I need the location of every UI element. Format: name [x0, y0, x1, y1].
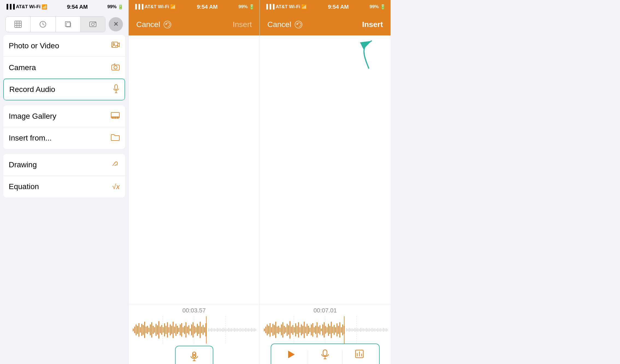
- cancel-button-recorded[interactable]: Cancel: [267, 20, 291, 29]
- time-display-2: 9:54 AM: [197, 4, 218, 10]
- playback-buttons-container: Preview Record: [260, 344, 391, 364]
- svg-rect-211: [384, 329, 385, 331]
- svg-rect-191: [356, 329, 357, 331]
- toolbar-photo-icon[interactable]: [81, 17, 105, 32]
- svg-rect-106: [243, 328, 243, 332]
- svg-rect-90: [220, 328, 220, 332]
- svg-rect-135: [277, 327, 277, 333]
- equation-label: Equation: [9, 182, 39, 191]
- toolbar-layers-icon[interactable]: [56, 17, 81, 32]
- svg-rect-129: [268, 326, 269, 334]
- svg-rect-207: [379, 329, 380, 331]
- svg-rect-91: [221, 329, 222, 331]
- recording-body: [129, 35, 259, 304]
- svg-rect-95: [227, 329, 228, 331]
- svg-rect-43: [153, 326, 153, 334]
- menu-item-drawing[interactable]: Drawing: [3, 154, 125, 176]
- insert-button-recorded[interactable]: Insert: [362, 20, 383, 29]
- svg-rect-139: [282, 322, 283, 338]
- svg-point-11: [91, 23, 94, 26]
- menu-item-record-audio[interactable]: Record Audio: [3, 79, 125, 100]
- svg-rect-70: [191, 324, 192, 335]
- svg-rect-62: [180, 324, 181, 335]
- menu-item-image-gallery[interactable]: Image Gallery: [3, 105, 125, 127]
- toolbar-table-icon[interactable]: [6, 17, 31, 32]
- svg-rect-68: [188, 325, 189, 335]
- svg-rect-50: [163, 327, 164, 333]
- svg-rect-146: [293, 325, 293, 335]
- menu-section-3: Drawing Equation √x: [3, 154, 125, 198]
- svg-rect-86: [214, 328, 215, 332]
- record-button[interactable]: Record: [308, 350, 342, 364]
- svg-rect-46: [157, 325, 158, 335]
- signal-area: ▐▐▐ AT&T Wi-Fi 📶: [5, 4, 47, 10]
- svg-rect-187: [350, 329, 351, 331]
- svg-point-16: [114, 66, 117, 69]
- svg-rect-94: [225, 328, 226, 332]
- svg-rect-38: [146, 327, 146, 333]
- insert-label-recording[interactable]: Insert: [233, 20, 252, 29]
- svg-rect-172: [329, 326, 330, 334]
- battery-percent-3: 99%: [370, 4, 379, 10]
- carrier-label-2: AT&T Wi-Fi: [144, 4, 169, 10]
- svg-rect-64: [183, 327, 184, 333]
- battery-icon: 🔋: [118, 4, 123, 10]
- photo-video-label: Photo or Video: [9, 41, 59, 50]
- svg-rect-179: [339, 322, 340, 338]
- svg-rect-131: [271, 327, 272, 333]
- svg-rect-190: [355, 328, 355, 332]
- svg-rect-40: [149, 328, 149, 332]
- menu-item-photo-video[interactable]: Photo or Video: [3, 35, 125, 57]
- toolbar-clock-icon[interactable]: [31, 17, 55, 32]
- svg-rect-102: [237, 328, 238, 332]
- cancel-button-recording[interactable]: Cancel: [136, 20, 160, 29]
- svg-rect-83: [210, 329, 211, 331]
- svg-rect-30: [134, 327, 135, 333]
- svg-rect-39: [147, 326, 148, 334]
- menu-item-insert-from[interactable]: Insert from...: [3, 127, 125, 149]
- svg-rect-210: [383, 328, 384, 332]
- svg-rect-113: [252, 329, 253, 331]
- svg-rect-134: [275, 322, 276, 338]
- svg-rect-60: [177, 326, 178, 334]
- recording-header: Cancel Insert: [129, 14, 259, 35]
- svg-rect-63: [181, 323, 182, 337]
- toolbar-icon-group: [5, 16, 105, 32]
- waveform-time-done: 00:07.01: [314, 307, 337, 314]
- undo-icon-2[interactable]: [294, 20, 303, 29]
- svg-rect-101: [235, 329, 236, 331]
- recording-done-panel: ▐▐▐ AT&T Wi-Fi 📶 9:54 AM 99% 🔋 Cancel In…: [259, 0, 391, 364]
- signal-bars-3: ▐▐▐: [265, 4, 274, 10]
- svg-rect-171: [328, 324, 329, 336]
- svg-rect-196: [363, 328, 364, 332]
- edit-button[interactable]: Edit: [343, 350, 376, 364]
- menu-item-equation[interactable]: Equation √x: [3, 176, 125, 198]
- svg-rect-67: [187, 327, 188, 333]
- svg-rect-173: [331, 322, 332, 338]
- svg-rect-126: [264, 329, 265, 331]
- undo-icon[interactable]: [163, 20, 172, 29]
- stop-button[interactable]: Stop: [175, 346, 213, 364]
- status-bar-recorded: ▐▐▐ AT&T Wi-Fi 📶 9:54 AM 99% 🔋: [260, 0, 391, 14]
- svg-rect-202: [372, 328, 373, 332]
- svg-rect-93: [224, 329, 225, 331]
- svg-rect-97: [230, 329, 231, 331]
- svg-rect-213: [387, 329, 388, 331]
- svg-rect-204: [374, 328, 375, 332]
- menu-item-camera[interactable]: Camera: [3, 57, 125, 79]
- svg-rect-149: [297, 326, 297, 334]
- svg-point-12: [95, 22, 96, 23]
- wifi-icon: 📶: [42, 4, 47, 10]
- battery-area-3: 99% 🔋: [370, 4, 386, 10]
- svg-rect-59: [176, 324, 176, 336]
- svg-rect-165: [320, 325, 320, 335]
- menu-list-3: Drawing Equation √x: [3, 154, 125, 198]
- svg-rect-44: [154, 327, 155, 333]
- status-bar-menu: ▐▐▐ AT&T Wi-Fi 📶 9:54 AM 99% 🔋: [0, 0, 128, 14]
- recording-bottom: 00:03.57: [129, 304, 259, 364]
- recording-stop-panel: ▐▐▐ AT&T Wi-Fi 📶 9:54 AM 99% 🔋 Cancel In…: [128, 0, 259, 364]
- svg-rect-51: [164, 323, 165, 336]
- preview-button[interactable]: Preview: [274, 350, 308, 364]
- close-button[interactable]: ✕: [109, 17, 123, 31]
- svg-rect-53: [167, 322, 168, 338]
